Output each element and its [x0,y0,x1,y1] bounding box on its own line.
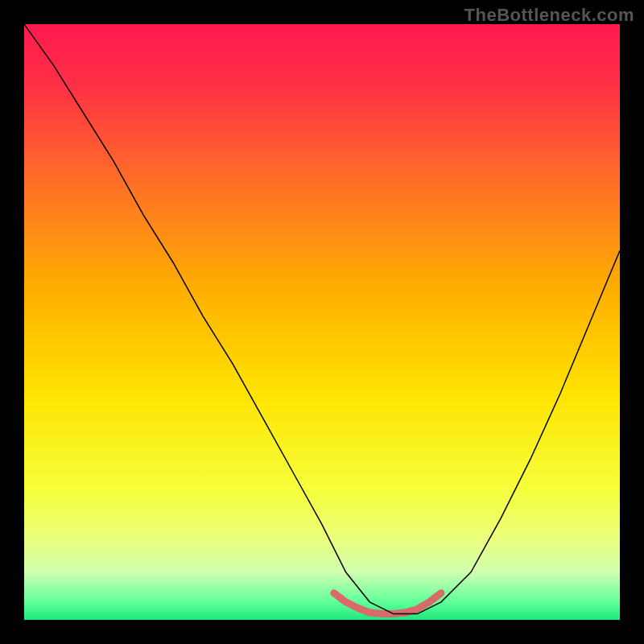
bottleneck-curve [24,24,620,614]
chart-frame: TheBottleneck.com [0,0,644,644]
plot-area [24,24,620,620]
watermark-text: TheBottleneck.com [464,5,634,26]
curve-layer [24,24,620,620]
